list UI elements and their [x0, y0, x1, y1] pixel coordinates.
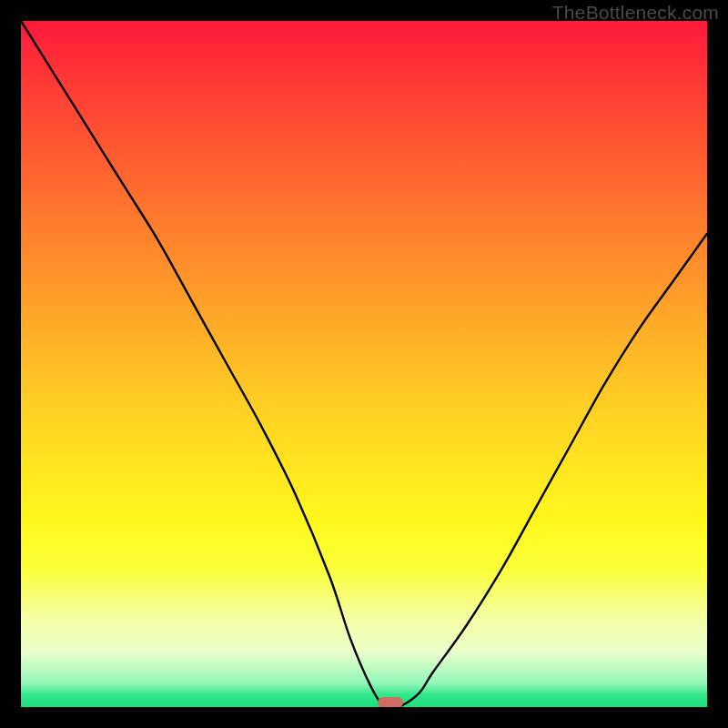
watermark-text: TheBottleneck.com: [552, 2, 719, 24]
chart-frame: TheBottleneck.com: [0, 0, 728, 728]
bottleneck-curve: [21, 21, 707, 707]
plot-area: [21, 21, 707, 707]
optimal-point-marker: [378, 697, 403, 707]
